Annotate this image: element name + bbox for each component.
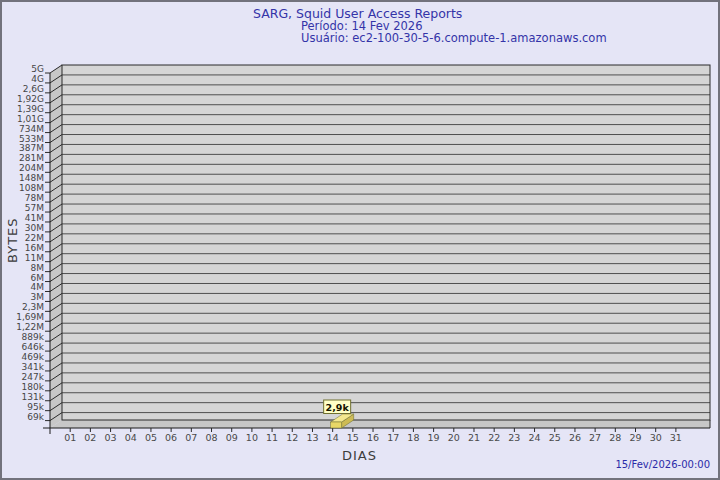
x-tick-label: 21 xyxy=(468,432,480,443)
y-tick-label: 57M xyxy=(25,203,44,213)
y-tick-label: 131k xyxy=(22,392,45,402)
sarg-report-window: SARG, Squid User Access Reports Período:… xyxy=(0,0,720,480)
y-tick-label: 1,69M xyxy=(16,312,44,322)
y-tick-label: 2,6G xyxy=(23,84,44,94)
x-axis-title: DIAS xyxy=(342,448,377,463)
y-tick-label: 889k xyxy=(22,332,45,342)
x-tick-label: 13 xyxy=(306,432,318,443)
x-tick-label: 06 xyxy=(165,432,177,443)
y-tick-label: 341k xyxy=(22,362,45,372)
y-tick-label: 11M xyxy=(25,253,44,263)
y-tick-label: 1,92G xyxy=(17,94,44,104)
y-tick-label: 78M xyxy=(25,193,44,203)
x-tick-label: 26 xyxy=(569,432,581,443)
x-tick-label: 29 xyxy=(629,432,641,443)
x-tick-label: 28 xyxy=(609,432,621,443)
x-tick-label: 01 xyxy=(64,432,76,443)
y-tick-label: 2,3M xyxy=(22,302,44,312)
y-tick-label: 22M xyxy=(25,233,44,243)
y-tick-label: 646k xyxy=(22,342,45,352)
y-tick-label: 148M xyxy=(19,173,44,183)
y-tick-label: 533M xyxy=(19,134,44,144)
x-tick-label: 31 xyxy=(670,432,682,443)
y-tick-label: 6M xyxy=(31,273,45,283)
bar-chart-canvas: 5G4G2,6G1,92G1,39G1,01G734M533M387M281M2… xyxy=(2,2,720,480)
x-tick-label: 09 xyxy=(226,432,238,443)
y-tick-label: 180k xyxy=(22,382,45,392)
x-tick-label: 16 xyxy=(367,432,379,443)
x-tick-label: 04 xyxy=(125,432,137,443)
y-tick-label: 3M xyxy=(31,292,45,302)
x-tick-label: 20 xyxy=(448,432,460,443)
plot-face xyxy=(62,65,710,420)
x-tick-label: 18 xyxy=(407,432,419,443)
bar-value-label: 2,9k xyxy=(326,402,350,413)
x-tick-label: 02 xyxy=(84,432,96,443)
plot-floor xyxy=(50,420,710,428)
y-tick-label: 108M xyxy=(19,183,44,193)
y-tick-label: 4M xyxy=(31,282,45,292)
bar-front-face xyxy=(331,422,342,428)
y-tick-label: 204M xyxy=(19,163,44,173)
x-tick-label: 15 xyxy=(347,432,359,443)
y-tick-label: 1,01G xyxy=(17,114,44,124)
y-tick-label: 1,39G xyxy=(17,104,44,114)
y-tick-label: 1,22M xyxy=(16,322,44,332)
y-tick-label: 469k xyxy=(22,352,45,362)
y-tick-label: 95k xyxy=(27,402,44,412)
y-tick-label: 16M xyxy=(25,243,44,253)
y-tick-label: 8M xyxy=(31,263,45,273)
x-tick-label: 22 xyxy=(488,432,500,443)
x-tick-label: 05 xyxy=(145,432,157,443)
x-tick-label: 25 xyxy=(549,432,561,443)
x-tick-label: 12 xyxy=(286,432,298,443)
y-tick-label: 41M xyxy=(25,213,44,223)
x-tick-label: 19 xyxy=(428,432,440,443)
y-tick-label: 247k xyxy=(22,372,45,382)
x-tick-label: 23 xyxy=(508,432,520,443)
x-tick-label: 11 xyxy=(266,432,278,443)
y-tick-label: 387M xyxy=(19,143,44,153)
y-tick-label: 4G xyxy=(31,74,44,84)
y-tick-label: 69k xyxy=(27,412,44,422)
x-tick-label: 27 xyxy=(589,432,601,443)
y-tick-label: 281M xyxy=(19,153,44,163)
x-tick-label: 10 xyxy=(246,432,258,443)
y-tick-label: 5G xyxy=(31,64,44,74)
report-timestamp: 15/Fev/2026-00:00 xyxy=(615,459,710,470)
x-tick-label: 30 xyxy=(650,432,662,443)
x-tick-label: 17 xyxy=(387,432,399,443)
x-tick-label: 14 xyxy=(327,432,339,443)
x-tick-label: 07 xyxy=(185,432,197,443)
x-tick-label: 24 xyxy=(529,432,541,443)
y-tick-label: 30M xyxy=(25,223,44,233)
x-tick-label: 08 xyxy=(205,432,217,443)
x-tick-label: 03 xyxy=(105,432,117,443)
y-tick-label: 734M xyxy=(19,124,44,134)
